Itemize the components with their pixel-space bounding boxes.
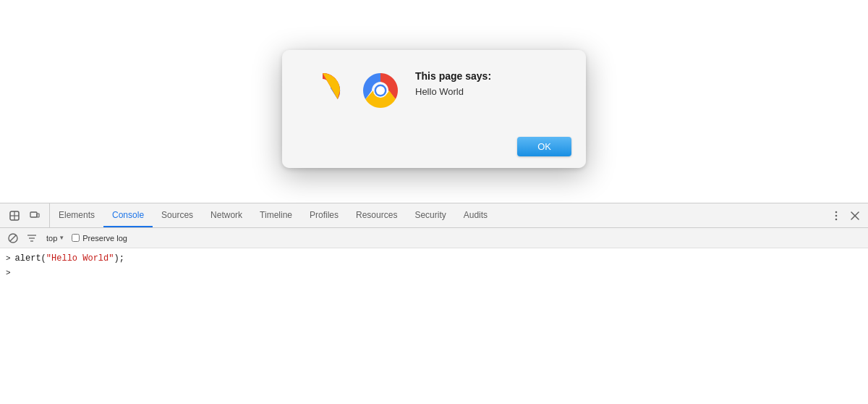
console-blank-line: > xyxy=(0,266,868,280)
console-blank-prompt: > xyxy=(6,269,11,277)
chrome-logo-container xyxy=(357,67,404,114)
devtools-tabs: Elements Console Sources Network Timelin… xyxy=(50,203,823,227)
close-icon xyxy=(850,211,860,221)
device-toolbar-button[interactable] xyxy=(26,207,43,224)
tab-elements[interactable]: Elements xyxy=(50,203,103,227)
devtools-icons-left xyxy=(0,203,50,227)
cursor-icon xyxy=(9,210,20,222)
filter-icon xyxy=(26,232,38,244)
preserve-log-label[interactable]: Preserve log xyxy=(72,234,127,243)
devtools-panel: Elements Console Sources Network Timelin… xyxy=(0,203,868,404)
svg-point-2 xyxy=(376,86,385,95)
tab-audits[interactable]: Audits xyxy=(455,203,496,227)
tab-security[interactable]: Security xyxy=(406,203,454,227)
block-icon xyxy=(7,232,19,244)
tab-network[interactable]: Network xyxy=(202,203,251,227)
console-string-value: "Hello World" xyxy=(46,253,114,264)
chrome-logo-svg xyxy=(357,67,404,114)
console-line-alert: > alert("Hello World"); xyxy=(0,251,868,266)
clear-console-button[interactable] xyxy=(6,231,20,245)
tab-timeline[interactable]: Timeline xyxy=(251,203,301,227)
alert-text-content: This page says: Hello World xyxy=(415,67,569,97)
svg-point-10 xyxy=(835,218,838,220)
svg-point-9 xyxy=(835,214,838,216)
console-prompt: > xyxy=(6,254,11,263)
filter-button[interactable] xyxy=(25,231,39,245)
dropdown-arrow-icon: ▼ xyxy=(59,235,64,241)
inspect-element-button[interactable] xyxy=(6,207,23,224)
devtools-toolbar: Elements Console Sources Network Timelin… xyxy=(0,203,868,228)
preserve-log-checkbox[interactable] xyxy=(72,234,80,242)
console-code-alert: alert("Hello World"); xyxy=(15,253,124,264)
devtools-icons-right xyxy=(823,203,868,227)
more-dots-icon xyxy=(830,210,842,222)
preserve-log-text: Preserve log xyxy=(82,234,127,243)
tab-resources[interactable]: Resources xyxy=(347,203,406,227)
alert-dialog-body: This page says: Hello World xyxy=(282,50,586,128)
device-icon xyxy=(29,210,41,222)
svg-rect-6 xyxy=(30,212,37,217)
alert-title: This page says: xyxy=(415,70,569,82)
close-devtools-button[interactable] xyxy=(846,207,864,224)
alert-dialog-footer: OK xyxy=(282,128,586,168)
browser-content: This page says: Hello World OK xyxy=(0,0,868,203)
alert-dialog: This page says: Hello World OK xyxy=(282,50,586,168)
console-toolbar: top ▼ Preserve log xyxy=(0,228,868,248)
tab-sources[interactable]: Sources xyxy=(153,203,202,227)
context-dropdown[interactable]: top ▼ xyxy=(43,232,67,244)
console-content: > alert("Hello World"); > xyxy=(0,248,868,404)
tab-profiles[interactable]: Profiles xyxy=(301,203,347,227)
alert-message: Hello World xyxy=(415,86,569,97)
svg-line-14 xyxy=(10,235,16,240)
ok-button[interactable]: OK xyxy=(517,137,571,156)
more-options-button[interactable] xyxy=(827,207,845,224)
top-label: top xyxy=(46,234,57,243)
svg-rect-7 xyxy=(37,214,39,217)
svg-point-8 xyxy=(835,211,838,213)
tab-console[interactable]: Console xyxy=(103,203,153,227)
